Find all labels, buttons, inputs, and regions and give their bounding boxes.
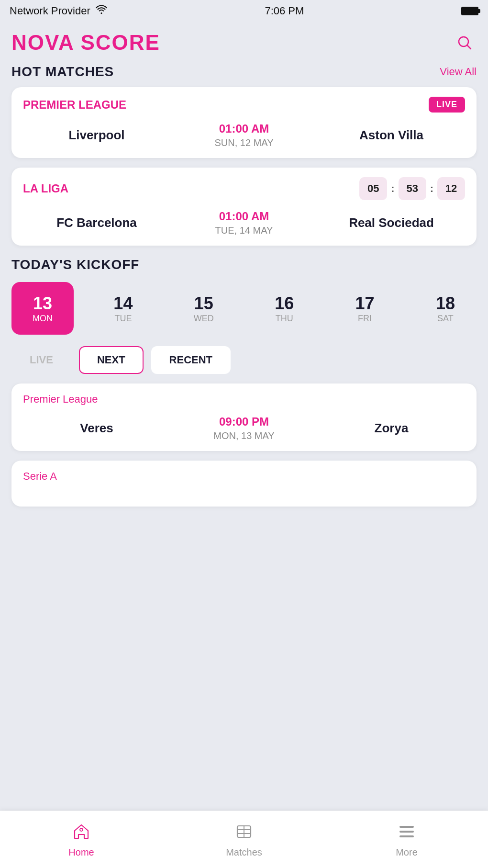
kickoff-card-header-0: Premier League — [23, 393, 465, 406]
kickoff-away-0: Zorya — [318, 421, 465, 436]
league-name-pl: PREMIER LEAGUE — [23, 98, 126, 112]
countdown-sep-1: : — [391, 182, 394, 195]
date-num-5: 18 — [436, 293, 455, 314]
kickoff-section: TODAY'S KICKOFF 13 MON 14 TUE 15 WED 16 … — [11, 257, 477, 507]
kickoff-time-0: 09:00 PM — [170, 415, 318, 428]
filter-tab-next[interactable]: NEXT — [79, 346, 144, 374]
card-header-ll: LA LIGA 05 : 53 : 12 — [23, 177, 465, 200]
date-num-0: 13 — [33, 293, 52, 314]
countdown-sep-2: : — [430, 182, 433, 195]
svg-rect-8 — [399, 831, 414, 833]
league-name-ll: LA LIGA — [23, 182, 68, 195]
hot-matches-section: HOT MATCHES View All PREMIER LEAGUE LIVE… — [11, 64, 477, 246]
date-day-0: MON — [33, 314, 53, 324]
match-teams-pl: Liverpool 01:00 AM SUN, 12 MAY Aston Vil… — [23, 122, 465, 148]
match-teams-ll: FC Barcelona 01:00 AM TUE, 14 MAY Real S… — [23, 210, 465, 236]
battery-container — [461, 7, 478, 15]
kickoff-home-0: Veres — [23, 421, 170, 436]
status-time: 7:06 PM — [265, 5, 304, 17]
filter-label-next: NEXT — [97, 354, 125, 366]
match-card-premier-league[interactable]: PREMIER LEAGUE LIVE Liverpool 01:00 AM S… — [11, 87, 477, 158]
kickoff-card-header-1: Serie A — [23, 470, 465, 483]
date-num-4: 17 — [355, 293, 375, 314]
more-icon — [396, 821, 417, 844]
away-team-ll: Real Sociedad — [318, 215, 465, 230]
app-header: NOVA SCORE — [11, 26, 477, 64]
date-item-3[interactable]: 16 THU — [253, 282, 315, 335]
filter-tab-recent[interactable]: RECENT — [151, 346, 231, 374]
nav-item-matches[interactable]: Matches — [163, 821, 325, 858]
kickoff-league-1: Serie A — [23, 470, 57, 483]
kickoff-time-block-0: 09:00 PM MON, 13 MAY — [170, 415, 318, 441]
logo-score: SCORE — [80, 31, 160, 54]
network-provider-label: Network Provider — [10, 5, 90, 17]
kickoff-time-ll: 01:00 AM — [170, 210, 318, 223]
hot-matches-title: HOT MATCHES — [11, 64, 114, 79]
date-day-1: TUE — [114, 314, 132, 324]
date-selector: 13 MON 14 TUE 15 WED 16 THU 17 FRI 18 SA… — [11, 282, 477, 335]
date-day-4: FRI — [358, 314, 372, 324]
home-icon — [71, 821, 92, 844]
match-card-la-liga[interactable]: LA LIGA 05 : 53 : 12 FC Barcelona 01:00 … — [11, 168, 477, 246]
nav-item-more[interactable]: More — [325, 821, 488, 858]
app-logo: NOVA SCORE — [11, 31, 160, 55]
card-header-pl: PREMIER LEAGUE LIVE — [23, 97, 465, 113]
date-num-3: 16 — [275, 293, 294, 314]
kickoff-date-ll: TUE, 14 MAY — [170, 225, 318, 236]
kickoff-match-card-0[interactable]: Premier League Veres 09:00 PM MON, 13 MA… — [11, 383, 477, 451]
kickoff-time-pl: 01:00 AM — [170, 122, 318, 135]
matches-icon — [233, 821, 255, 844]
date-day-5: SAT — [437, 314, 454, 324]
svg-point-2 — [80, 828, 83, 831]
status-bar: Network Provider 7:06 PM — [0, 0, 488, 21]
date-day-2: WED — [194, 314, 214, 324]
date-num-2: 15 — [194, 293, 213, 314]
date-num-1: 14 — [113, 293, 133, 314]
date-item-0[interactable]: 13 MON — [11, 282, 74, 335]
network-info: Network Provider — [10, 5, 108, 17]
kickoff-date-pl: SUN, 12 MAY — [170, 137, 318, 148]
match-time-pl: 01:00 AM SUN, 12 MAY — [170, 122, 318, 148]
logo-nova: NOVA — [11, 31, 80, 54]
main-content: NOVA SCORE HOT MATCHES View All PREMIER … — [0, 21, 488, 574]
date-item-5[interactable]: 18 SAT — [414, 282, 477, 335]
wifi-icon — [95, 5, 108, 17]
filter-label-live: LIVE — [30, 354, 53, 366]
filter-label-recent: RECENT — [169, 354, 212, 366]
date-item-1[interactable]: 14 TUE — [92, 282, 154, 335]
nav-label-more: More — [396, 847, 418, 858]
away-team-pl: Aston Villa — [318, 128, 465, 143]
svg-line-1 — [467, 45, 471, 49]
home-team-pl: Liverpool — [23, 128, 170, 143]
hot-matches-header: HOT MATCHES View All — [11, 64, 477, 79]
bottom-nav: Home Matches More — [0, 811, 488, 868]
kickoff-date-0: MON, 13 MAY — [170, 430, 318, 441]
battery-icon — [461, 7, 478, 15]
live-badge-pl: LIVE — [429, 97, 465, 113]
countdown-hours: 05 — [359, 177, 387, 200]
filter-tabs: LIVE NEXT RECENT — [11, 346, 477, 374]
kickoff-league-0: Premier League — [23, 393, 98, 406]
date-day-3: THU — [276, 314, 293, 324]
home-team-ll: FC Barcelona — [23, 215, 170, 230]
nav-item-home[interactable]: Home — [0, 821, 163, 858]
countdown-ll: 05 : 53 : 12 — [359, 177, 465, 200]
kickoff-title: TODAY'S KICKOFF — [11, 257, 477, 272]
filter-tab-live[interactable]: LIVE — [11, 346, 71, 374]
date-item-4[interactable]: 17 FRI — [334, 282, 396, 335]
kickoff-match-card-1[interactable]: Serie A — [11, 461, 477, 507]
match-time-ll: 01:00 AM TUE, 14 MAY — [170, 210, 318, 236]
search-button[interactable] — [453, 31, 477, 55]
date-item-2[interactable]: 15 WED — [173, 282, 235, 335]
nav-label-matches: Matches — [226, 847, 262, 858]
svg-rect-7 — [399, 826, 414, 828]
nav-label-home: Home — [68, 847, 94, 858]
countdown-minutes: 53 — [399, 177, 426, 200]
svg-rect-9 — [399, 835, 414, 837]
countdown-seconds: 12 — [437, 177, 465, 200]
view-all-button[interactable]: View All — [440, 66, 477, 78]
kickoff-teams-0: Veres 09:00 PM MON, 13 MAY Zorya — [23, 415, 465, 441]
